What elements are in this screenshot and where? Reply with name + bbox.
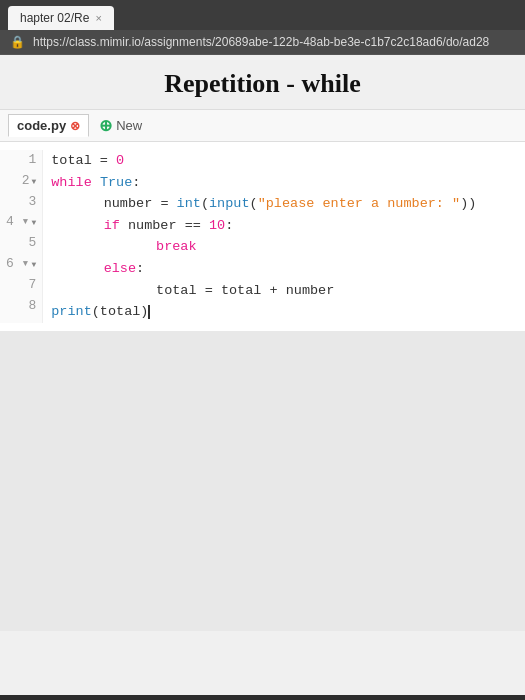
file-tab-code[interactable]: code.py ⊗: [8, 114, 89, 137]
new-tab-label: New: [116, 118, 142, 133]
code-line-8: print(total): [51, 301, 517, 323]
line-num-2: 2: [6, 171, 36, 192]
browser-chrome: hapter 02/Re × 🔒 https://class.mimir.io/…: [0, 0, 525, 55]
editor-tabs: code.py ⊗ ⊕ New: [0, 110, 525, 142]
line-num-6: 6 ▾: [6, 254, 36, 275]
code-lines[interactable]: total = 0 while True: number = int(input…: [43, 150, 525, 323]
line-num-7: 7: [6, 275, 36, 296]
new-tab-button[interactable]: ⊕ New: [99, 116, 142, 135]
address-bar: 🔒 https://class.mimir.io/assignments/206…: [0, 30, 525, 54]
code-line-4: if number == 10:: [51, 215, 517, 237]
plus-icon: ⊕: [99, 116, 112, 135]
code-line-5: break: [51, 236, 517, 258]
page-content: Repetition - while code.py ⊗ ⊕ New 1 2 3…: [0, 55, 525, 695]
url-text[interactable]: https://class.mimir.io/assignments/20689…: [33, 35, 489, 49]
file-tab-label: code.py: [17, 118, 66, 133]
file-tab-close-icon[interactable]: ⊗: [70, 119, 80, 133]
line-num-5: 5: [6, 233, 36, 254]
line-num-4: 4 ▾: [6, 212, 36, 233]
bottom-area: [0, 331, 525, 631]
line-num-1: 1: [6, 150, 36, 171]
line-num-3: 3: [6, 192, 36, 213]
code-line-7: total = total + number: [51, 280, 517, 302]
tab-label: hapter 02/Re: [20, 11, 89, 25]
code-line-3: number = int(input("please enter a numbe…: [51, 193, 517, 215]
code-line-2: while True:: [51, 172, 517, 194]
code-line-1: total = 0: [51, 150, 517, 172]
lock-icon: 🔒: [10, 35, 25, 49]
code-line-6: else:: [51, 258, 517, 280]
code-editor: 1 2 3 4 ▾ 5 6 ▾ 7 8 total = 0 while True…: [0, 142, 525, 331]
line-numbers: 1 2 3 4 ▾ 5 6 ▾ 7 8: [0, 150, 43, 323]
browser-tab[interactable]: hapter 02/Re ×: [8, 6, 114, 30]
line-num-8: 8: [6, 296, 36, 317]
page-title: Repetition - while: [164, 69, 360, 98]
tab-close-icon[interactable]: ×: [95, 12, 101, 24]
tab-bar: hapter 02/Re ×: [0, 0, 525, 30]
page-header: Repetition - while: [0, 55, 525, 110]
